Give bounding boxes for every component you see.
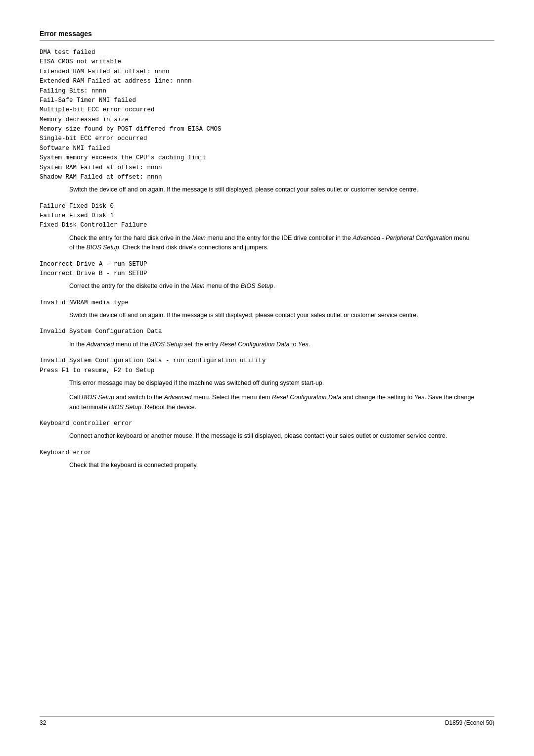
drive-errors-description: Correct the entry for the diskette drive… bbox=[69, 282, 475, 291]
invalid-config-1-description: In the Advanced menu of the BIOS Setup s… bbox=[69, 340, 475, 349]
nvram-error-description: Switch the device off and on again. If t… bbox=[69, 311, 475, 320]
initial-errors-description: Switch the device off and on again. If t… bbox=[69, 185, 475, 194]
invalid-config-2-codes: Invalid System Configuration Data - run … bbox=[40, 356, 494, 376]
section-title: Error messages bbox=[40, 30, 494, 41]
footer-document-id: D1859 (Econel 50) bbox=[445, 719, 494, 726]
keyboard-controller-error-description: Connect another keyboard or another mous… bbox=[69, 431, 475, 441]
drive-errors-codes: Incorrect Drive A - run SETUP Incorrect … bbox=[40, 260, 494, 279]
footer-page-number: 32 bbox=[40, 719, 46, 726]
initial-errors-codes: DMA test failed EISA CMOS not writable E… bbox=[40, 48, 494, 182]
keyboard-controller-error-code: Keyboard controller error bbox=[40, 419, 494, 428]
fixed-disk-errors-description: Check the entry for the hard disk drive … bbox=[69, 234, 475, 253]
invalid-config-1-code: Invalid System Configuration Data bbox=[40, 327, 494, 336]
keyboard-error-code: Keyboard error bbox=[40, 448, 494, 458]
invalid-config-2-description-line1: This error message may be displayed if t… bbox=[69, 378, 475, 388]
invalid-config-2-description-line2: Call BIOS Setup and switch to the Advanc… bbox=[69, 393, 475, 412]
fixed-disk-errors-codes: Failure Fixed Disk 0 Failure Fixed Disk … bbox=[40, 202, 494, 231]
nvram-error-code: Invalid NVRAM media type bbox=[40, 298, 494, 308]
page-container: Error messages DMA test failed EISA CMOS… bbox=[40, 30, 494, 726]
keyboard-error-description: Check that the keyboard is connected pro… bbox=[69, 461, 475, 470]
